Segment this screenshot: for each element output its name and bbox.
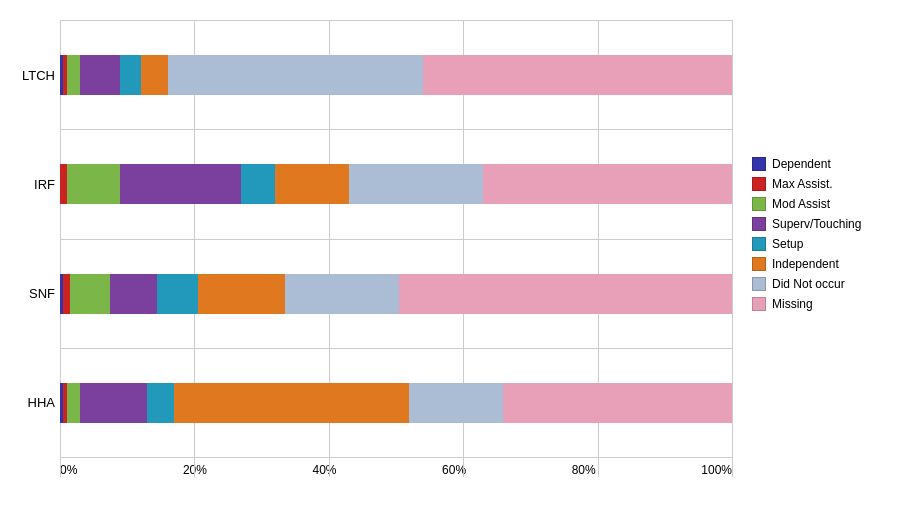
seg-snf-maxassist — [63, 274, 70, 314]
seg-ltch-didnotoccur — [168, 55, 423, 95]
x-label-40: 40% — [313, 463, 337, 477]
seg-irf-modassist — [67, 164, 121, 204]
bar-snf — [60, 274, 732, 314]
legend-label-didnotoccur: Did Not occur — [772, 277, 845, 291]
legend-item-superv: Superv/Touching — [752, 217, 892, 231]
seg-ltch-modassist — [67, 55, 80, 95]
seg-ltch-missing — [423, 55, 732, 95]
y-label-ltch: LTCH — [5, 68, 55, 83]
x-label-0: 0% — [60, 463, 77, 477]
legend-color-maxassist — [752, 177, 766, 191]
legend-label-missing: Missing — [772, 297, 813, 311]
seg-snf-setup — [157, 274, 197, 314]
seg-irf-independent — [275, 164, 349, 204]
legend-item-maxassist: Max Assist. — [752, 177, 892, 191]
legend-label-dependent: Dependent — [772, 157, 831, 171]
seg-snf-modassist — [70, 274, 110, 314]
legend-item-missing: Missing — [752, 297, 892, 311]
x-axis: 0% 20% 40% 60% 80% 100% — [60, 463, 732, 477]
bar-ltch — [60, 55, 732, 95]
chart-container: LTCH IRF — [0, 0, 902, 527]
legend-label-independent: Independent — [772, 257, 839, 271]
x-label-60: 60% — [442, 463, 466, 477]
legend-label-superv: Superv/Touching — [772, 217, 861, 231]
seg-irf-maxassist — [60, 164, 67, 204]
legend-label-maxassist: Max Assist. — [772, 177, 833, 191]
y-label-hha: HHA — [5, 395, 55, 410]
bar-row-ltch: LTCH — [60, 20, 732, 129]
seg-snf-independent — [198, 274, 285, 314]
x-label-100: 100% — [701, 463, 732, 477]
y-label-snf: SNF — [5, 286, 55, 301]
seg-hha-missing — [503, 383, 731, 423]
seg-hha-didnotoccur — [409, 383, 503, 423]
bar-row-hha: HHA — [60, 348, 732, 458]
legend-color-setup — [752, 237, 766, 251]
seg-irf-superv — [120, 164, 241, 204]
seg-irf-setup — [241, 164, 275, 204]
legend-color-didnotoccur — [752, 277, 766, 291]
seg-snf-missing — [399, 274, 732, 314]
y-label-irf: IRF — [5, 177, 55, 192]
seg-hha-independent — [174, 383, 409, 423]
x-label-80: 80% — [572, 463, 596, 477]
seg-snf-superv — [110, 274, 157, 314]
bar-irf — [60, 164, 732, 204]
legend-color-dependent — [752, 157, 766, 171]
seg-snf-didnotoccur — [285, 274, 399, 314]
legend-label-modassist: Mod Assist — [772, 197, 830, 211]
bar-hha — [60, 383, 732, 423]
seg-hha-setup — [147, 383, 174, 423]
legend-color-modassist — [752, 197, 766, 211]
legend-item-modassist: Mod Assist — [752, 197, 892, 211]
legend-item-didnotoccur: Did Not occur — [752, 277, 892, 291]
legend-color-superv — [752, 217, 766, 231]
seg-irf-didnotoccur — [349, 164, 483, 204]
x-label-20: 20% — [183, 463, 207, 477]
legend: Dependent Max Assist. Mod Assist Superv/… — [732, 0, 892, 477]
legend-item-dependent: Dependent — [752, 157, 892, 171]
bar-row-snf: SNF — [60, 239, 732, 348]
seg-ltch-setup — [120, 55, 140, 95]
legend-item-setup: Setup — [752, 237, 892, 251]
seg-ltch-superv — [80, 55, 120, 95]
seg-hha-modassist — [67, 383, 80, 423]
seg-hha-superv — [80, 383, 147, 423]
legend-color-independent — [752, 257, 766, 271]
legend-color-missing — [752, 297, 766, 311]
bar-rows: LTCH IRF — [60, 20, 732, 458]
seg-ltch-independent — [141, 55, 168, 95]
bars-and-axes: LTCH IRF — [60, 20, 732, 477]
legend-label-setup: Setup — [772, 237, 803, 251]
bar-row-irf: IRF — [60, 129, 732, 238]
legend-item-independent: Independent — [752, 257, 892, 271]
seg-irf-missing — [483, 164, 732, 204]
